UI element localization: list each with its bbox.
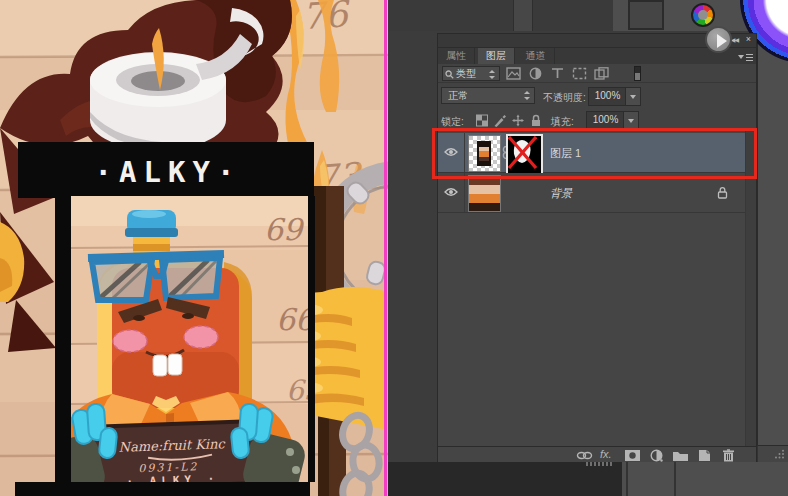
filter-adjustment-layers-icon[interactable] — [528, 67, 543, 80]
background-layer-name[interactable]: 背景 — [550, 186, 572, 201]
tab-layers[interactable]: 图层 — [478, 48, 515, 64]
opacity-label: 不透明度: — [543, 91, 586, 105]
divider — [674, 462, 676, 496]
color-wheel-icon[interactable] — [691, 3, 715, 27]
document-canvas[interactable]: 76 73 — [0, 0, 388, 496]
visibility-toggle[interactable] — [438, 173, 465, 212]
panel-dock-edge — [757, 33, 788, 445]
filter-smart-objects-icon[interactable] — [594, 67, 609, 80]
visibility-toggle[interactable] — [438, 133, 465, 172]
blend-mode-dropdown[interactable]: 正常 — [441, 87, 535, 104]
play-button[interactable] — [705, 26, 732, 53]
artwork: 76 73 — [0, 0, 388, 496]
layer-style-button[interactable]: fx. — [600, 448, 612, 460]
lock-transparency-icon[interactable] — [475, 114, 489, 127]
background-panel-fragment — [628, 0, 664, 30]
opacity-value-field[interactable]: 100% — [588, 87, 627, 106]
layer1-mask-thumbnail-disabled[interactable] — [506, 134, 543, 175]
panel-resize-grip[interactable] — [773, 449, 785, 460]
divider — [626, 462, 628, 496]
fill-value-field[interactable]: 100% — [586, 111, 625, 130]
new-group-button[interactable] — [672, 449, 689, 462]
background-lock-icon — [717, 186, 728, 199]
search-icon — [445, 70, 454, 79]
filter-row: 类型 — [438, 64, 756, 83]
filter-type-label: 类型 — [456, 67, 476, 80]
updown-arrows-icon — [489, 70, 496, 79]
opacity-dropdown-button[interactable] — [625, 87, 641, 106]
svg-text:69: 69 — [264, 212, 305, 247]
filter-type-layers-icon[interactable] — [550, 67, 565, 80]
lock-row: 锁定: 填充: 100% — [438, 108, 756, 131]
background-thumbnail[interactable] — [468, 175, 501, 212]
layer1-name[interactable]: 图层 1 — [550, 146, 581, 161]
fill-label: 填充: — [551, 115, 574, 129]
delete-layer-button[interactable] — [720, 449, 737, 462]
filter-type-dropdown[interactable]: 类型 — [442, 66, 500, 81]
workspace-background-dark — [388, 462, 622, 496]
filter-toggle-switch[interactable] — [634, 66, 641, 81]
lock-position-move-icon[interactable] — [511, 114, 525, 127]
workspace-background-light — [622, 462, 788, 496]
panel-tab-bar: 属性 图层 通道 — [438, 48, 756, 64]
filter-pixel-layers-icon[interactable] — [506, 67, 521, 80]
blend-row: 正常 不透明度: 100% — [438, 83, 756, 108]
tab-channels[interactable]: 通道 — [518, 48, 555, 64]
layers-panel: ◀◀ × 属性 图层 通道 类型 正常 — [437, 33, 757, 462]
blend-mode-value: 正常 — [448, 88, 468, 103]
layer1-thumbnail[interactable] — [468, 135, 501, 172]
layer-row-background[interactable]: 背景 — [438, 173, 745, 213]
canvas-edge-fringe — [384, 0, 387, 496]
layer-list-scrollbar[interactable] — [745, 131, 756, 446]
tab-properties[interactable]: 属性 — [438, 48, 475, 64]
filter-shape-layers-icon[interactable] — [572, 67, 587, 80]
new-layer-button[interactable] — [696, 449, 713, 462]
dock-bottom-bar — [757, 445, 788, 462]
lock-label: 锁定: — [441, 115, 464, 129]
add-layer-mask-button[interactable] — [624, 449, 641, 462]
eye-icon — [444, 147, 458, 157]
background-panel-edge — [513, 0, 533, 31]
photoshop-workspace: 76 73 — [0, 0, 788, 496]
workspace-background — [388, 0, 613, 31]
mugshot-card: ·ALKY· 69 66 63 — [15, 142, 324, 496]
panel-menu-icon[interactable] — [738, 53, 752, 61]
layer-row-layer1[interactable]: 图层 1 — [438, 133, 745, 173]
close-panel-button[interactable]: × — [746, 34, 751, 44]
lock-all-icon[interactable] — [529, 114, 543, 127]
eye-icon — [444, 187, 458, 197]
layer-list: 图层 1 背景 — [438, 131, 756, 446]
fill-dropdown-button[interactable] — [623, 111, 639, 130]
lock-pixels-brush-icon[interactable] — [493, 114, 507, 127]
card-banner-text: ·ALKY· — [95, 155, 242, 189]
updown-arrows-icon — [524, 91, 531, 100]
adjustment-layer-button[interactable] — [648, 449, 665, 462]
panel-drag-handle[interactable] — [586, 462, 612, 466]
link-layers-button[interactable] — [576, 449, 593, 462]
panel-bottom-bar: fx. — [438, 446, 756, 462]
